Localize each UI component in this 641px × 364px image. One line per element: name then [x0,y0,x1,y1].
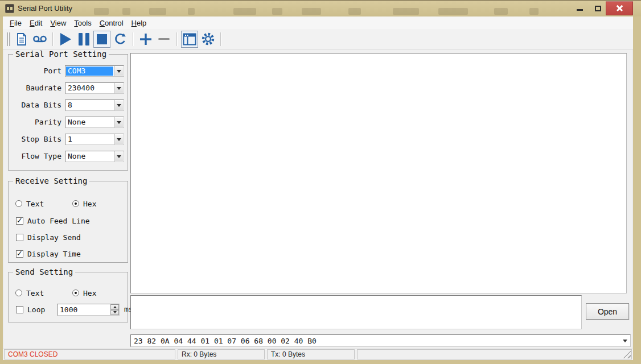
stop-bits-select[interactable]: 1 [65,134,124,145]
pause-button[interactable] [75,31,92,48]
parity-select[interactable]: None [65,117,124,128]
record-button[interactable] [31,31,48,48]
menu-bar: File Edit View Tools Control Help [3,16,633,29]
chevron-down-icon [623,340,627,342]
baudrate-value: 230400 [66,84,113,93]
maximize-icon [595,6,601,11]
history-dropdown-button[interactable] [621,336,630,346]
loop-interval-input[interactable] [58,305,109,315]
toolbar-separator [220,32,221,46]
flow-type-label: Flow Type [13,151,61,162]
dropdown-button[interactable] [114,100,124,110]
group-title: Serial Port Setting [13,49,109,59]
pause-icon [79,33,89,46]
baudrate-select[interactable]: 230400 [65,82,124,94]
parity-value: None [66,118,113,127]
menu-item-tools[interactable]: Tools [71,18,94,28]
receive-display[interactable] [130,53,627,293]
send-history-input[interactable] [132,336,619,346]
open-button[interactable]: Open [586,303,629,320]
settings-button[interactable] [199,31,216,48]
dropdown-button[interactable] [114,134,124,144]
auto-feed-line-label: Auto Feed Line [27,217,90,225]
dropdown-button[interactable] [114,66,124,76]
spinner-down-button[interactable] [110,310,119,316]
spinner-up-button[interactable] [110,304,119,310]
close-button[interactable] [606,1,633,15]
minimize-button[interactable] [569,1,590,15]
auto-feed-line-checkbox[interactable] [16,217,23,225]
menu-item-edit[interactable]: Edit [26,18,46,28]
receive-setting-group: Receive Setting Text Hex Auto Feed Line … [8,181,128,263]
status-bar: COM3 CLOSED Rx: 0 Bytes Tx: 0 Bytes [3,348,633,360]
app-icon [5,4,14,13]
port-label: Port [13,65,61,77]
dropdown-button[interactable] [114,151,124,162]
remove-button[interactable] [155,31,172,48]
group-title: Send Setting [13,267,75,276]
menu-item-view[interactable]: View [47,18,69,28]
baudrate-label: Baudrate [13,82,61,94]
data-bits-label: Data Bits [13,100,61,111]
stop-button[interactable] [93,31,110,48]
loop-checkbox[interactable] [16,306,23,313]
send-hex-label: Hex [83,289,96,297]
toolbar-separator [133,32,133,46]
display-time-label: Display Time [27,250,81,258]
record-icon [32,34,47,44]
receive-text-label: Text [26,200,44,208]
desktop-showthrough [0,1,641,16]
menu-item-help[interactable]: Help [128,18,150,28]
add-button[interactable] [137,31,154,48]
parity-label: Parity [13,117,61,128]
new-document-button[interactable] [13,31,30,48]
resize-grip[interactable] [623,350,631,358]
loop-interval-spinner [57,304,120,316]
menu-item-file[interactable]: File [6,18,25,28]
panel-view-icon [183,33,196,46]
panel-view-button[interactable] [181,31,198,48]
chevron-down-icon [117,138,121,141]
refresh-button[interactable] [112,31,129,48]
port-status: COM3 CLOSED [4,349,175,359]
stop-bits-label: Stop Bits [13,134,61,145]
loop-label: Loop [27,305,45,314]
minimize-icon [577,9,583,11]
toolbar-gripper[interactable] [7,32,10,46]
titlebar: Serial Port Utility [0,0,641,16]
send-history-combo [130,334,631,347]
port-select[interactable]: COM3 [65,65,124,77]
receive-text-radio[interactable] [15,200,22,207]
send-hex-radio[interactable] [72,289,79,296]
receive-hex-radio[interactable] [72,200,79,207]
display-time-checkbox[interactable] [16,250,23,258]
send-input[interactable] [130,295,582,329]
display-send-label: Display Send [27,233,81,242]
port-value: COM3 [66,67,113,76]
stop-bits-value: 1 [66,135,113,144]
status-spacer [357,349,632,359]
maximize-button[interactable] [590,1,606,15]
data-bits-value: 8 [66,101,113,110]
dropdown-button[interactable] [114,117,124,127]
chevron-down-icon [117,70,121,73]
chevron-down-icon [113,311,117,313]
menu-item-control[interactable]: Control [96,18,127,28]
remove-icon [158,38,170,40]
stop-icon [97,34,107,44]
flow-type-value: None [66,152,113,161]
play-button[interactable] [57,31,74,48]
chevron-up-icon [113,306,117,308]
chevron-down-icon [117,121,121,124]
display-send-checkbox[interactable] [16,234,23,241]
toolbar-separator [176,32,177,46]
play-icon [60,33,71,46]
receive-hex-label: Hex [83,200,96,208]
data-bits-select[interactable]: 8 [65,100,124,111]
dropdown-button[interactable] [114,83,124,93]
refresh-icon [113,32,127,46]
toolbar [3,29,633,49]
flow-type-select[interactable]: None [65,151,124,162]
new-document-icon [16,32,27,46]
send-text-radio[interactable] [15,289,22,296]
